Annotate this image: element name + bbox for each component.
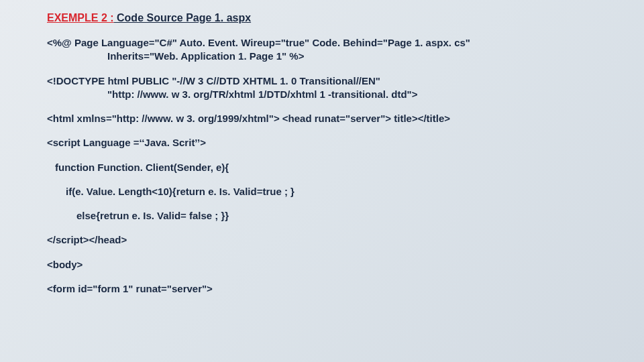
code-line-8: </script></head> xyxy=(47,233,597,247)
slide-title: EXEMPLE 2 : Code Source Page 1. aspx xyxy=(47,12,597,24)
code-line-2a: <!DOCTYPE html PUBLIC "-//W 3 C//DTD XHT… xyxy=(47,74,597,88)
code-line-7: else{retrun e. Is. Valid= false ; }} xyxy=(47,209,597,223)
code-line-6: if(e. Value. Length<10){return e. Is. Va… xyxy=(47,185,597,198)
code-line-9: <body> xyxy=(47,258,597,272)
code-line-1a: <%@ Page Language="C#" Auto. Event. Wire… xyxy=(47,36,597,50)
code-line-2b: "http: //www. w 3. org/TR/xhtml 1/DTD/xh… xyxy=(47,88,597,101)
title-rest: Code Source Page 1. aspx xyxy=(114,12,252,23)
code-line-5: function Function. Client(Sender, e){ xyxy=(47,161,597,174)
code-line-3: <html xmlns="http: //www. w 3. org/1999/… xyxy=(47,112,597,125)
code-line-4: <script Language =‘‘Java. Scrit’’> xyxy=(47,136,597,149)
code-line-1b: Inherits="Web. Application 1. Page 1" %> xyxy=(47,50,597,63)
title-prefix: EXEMPLE 2 : xyxy=(47,12,114,23)
code-line-10: <form id="form 1" runat="server"> xyxy=(47,282,597,296)
